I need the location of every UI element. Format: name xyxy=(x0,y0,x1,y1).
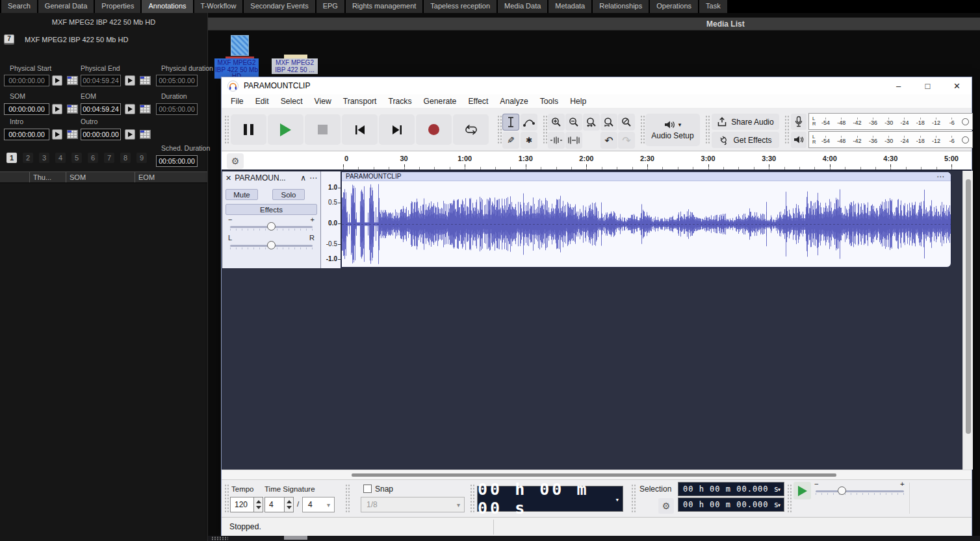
vertical-scrollbar[interactable] xyxy=(962,171,973,470)
segment-button[interactable]: 4 xyxy=(55,153,66,163)
media-item-selected[interactable]: MXF MPEG2 IBP 422 50 Mb HD xyxy=(214,58,259,79)
recording-meter-bar[interactable]: LR -54-48-42-36-30-24-18-12-6 xyxy=(808,113,973,130)
time-sig-spinner[interactable] xyxy=(285,497,294,512)
audio-setup-button[interactable]: ▾ Audio Setup xyxy=(645,114,700,146)
tempo-input[interactable] xyxy=(230,497,254,512)
tab[interactable]: Search xyxy=(1,0,37,13)
play-timecode-button[interactable] xyxy=(125,104,135,114)
play-timecode-button[interactable] xyxy=(125,75,135,86)
grab-frame-icon[interactable] xyxy=(140,76,151,85)
collapse-track-icon[interactable]: ∧ xyxy=(300,173,306,182)
duration-field[interactable] xyxy=(156,103,198,115)
tab[interactable]: Relationships xyxy=(593,0,649,13)
silence-audio-button[interactable] xyxy=(565,132,582,149)
time-sig-lower-select[interactable]: 4 ▾ xyxy=(302,497,335,512)
toolbar-grip[interactable] xyxy=(543,115,547,145)
vertical-scrollbar-thumb[interactable] xyxy=(966,179,971,434)
media-item-icon[interactable] xyxy=(231,35,249,56)
tab[interactable]: Media Data xyxy=(498,0,547,13)
menu-item[interactable]: Tools xyxy=(534,95,564,108)
time-ruler[interactable]: 0301:001:302:002:303:003:304:004:305:00 xyxy=(343,151,961,170)
horizontal-scrollbar-thumb[interactable] xyxy=(352,473,836,477)
tab[interactable]: Operations xyxy=(650,0,698,13)
tab[interactable]: General Data xyxy=(38,0,94,13)
toolbar-grip[interactable] xyxy=(470,484,474,514)
selection-tool-button[interactable] xyxy=(502,114,519,131)
timeline-ruler[interactable]: ⚙ 0301:001:302:002:303:003:304:004:305:0… xyxy=(222,151,972,171)
toolbar-grip[interactable] xyxy=(345,484,350,514)
toolbar-grip[interactable] xyxy=(705,115,710,145)
menu-item[interactable]: Edit xyxy=(250,95,275,108)
scrollbar-fragment[interactable] xyxy=(284,536,307,540)
zoom-to-selection-button[interactable] xyxy=(583,114,600,131)
audio-position-display[interactable]: 00 h 00 m 00 s ▾ xyxy=(477,486,623,512)
toolbar-grip[interactable] xyxy=(224,484,229,514)
menu-item[interactable]: Analyze xyxy=(494,95,534,108)
selection-options-button[interactable]: ⚙ xyxy=(658,498,674,514)
record-button[interactable] xyxy=(416,114,452,145)
toolbar-grip[interactable] xyxy=(631,484,636,514)
pause-button[interactable] xyxy=(231,114,266,145)
segment-button[interactable]: 8 xyxy=(120,153,131,163)
track-canvas[interactable]: ✕ PARAMOUN... ∧ ⋯ Mute Solo Effects − + … xyxy=(222,171,972,470)
selection-start-field[interactable]: 00 h 00 m 00.000 s ▾ xyxy=(678,482,784,496)
get-effects-button[interactable]: Get Effects xyxy=(712,132,779,148)
play-speed-thumb[interactable] xyxy=(838,486,846,495)
tab[interactable]: Properties xyxy=(95,0,140,13)
segment-button[interactable]: 9 xyxy=(136,153,147,163)
grab-frame-icon[interactable] xyxy=(67,130,78,139)
sched-duration-field[interactable] xyxy=(156,155,198,167)
redo-button[interactable]: ↷ xyxy=(618,132,635,149)
segment-button[interactable]: 5 xyxy=(71,153,82,163)
segment-button[interactable]: 7 xyxy=(104,153,114,163)
column-header[interactable]: SOM xyxy=(66,172,135,182)
menu-item[interactable]: File xyxy=(225,95,250,108)
segment-button[interactable]: 3 xyxy=(39,153,49,163)
media-item[interactable]: MXF MPEG2 IBP 422 50 ... xyxy=(272,58,318,74)
waveform-canvas[interactable] xyxy=(342,181,951,267)
title-bar[interactable]: PARAMOUNTCLIP – □ ✕ xyxy=(222,77,972,94)
selection-end-field[interactable]: 00 h 00 m 00.000 s ▾ xyxy=(678,497,784,512)
snap-checkbox[interactable] xyxy=(363,484,372,493)
physical-end-field[interactable] xyxy=(81,75,121,86)
menu-item[interactable]: Tracks xyxy=(382,95,417,108)
tempo-spinner[interactable] xyxy=(254,497,263,512)
audio-clip[interactable]: PARAMOUNTCLIP ⋯ xyxy=(341,171,951,268)
zoom-out-button[interactable] xyxy=(565,114,582,131)
segment-button[interactable]: 6 xyxy=(88,153,98,163)
maximize-button[interactable]: □ xyxy=(913,77,942,94)
column-header[interactable]: EOM xyxy=(135,172,207,182)
skip-to-start-button[interactable] xyxy=(342,114,378,145)
menu-item[interactable]: Transport xyxy=(337,95,383,108)
som-field[interactable] xyxy=(4,103,49,115)
close-button[interactable]: ✕ xyxy=(942,77,972,94)
zoom-in-button[interactable] xyxy=(548,114,565,131)
tab[interactable]: Task xyxy=(699,0,727,13)
draw-tool-button[interactable]: ✎ xyxy=(502,132,519,149)
timeline-options-button[interactable]: ⚙ xyxy=(227,153,244,169)
trim-audio-button[interactable] xyxy=(548,132,565,149)
horizontal-scrollbar[interactable] xyxy=(222,470,972,479)
track-close-icon[interactable]: ✕ xyxy=(226,174,231,182)
menu-item[interactable]: Effect xyxy=(462,95,494,108)
playback-speaker-icon[interactable] xyxy=(791,132,806,148)
segment-button[interactable]: 1 xyxy=(6,153,17,163)
menu-item[interactable]: View xyxy=(309,95,337,108)
mute-button[interactable]: Mute xyxy=(226,189,258,200)
grab-frame-icon[interactable] xyxy=(140,105,151,114)
playback-meter[interactable]: LR -54-48-42-36-30-24-18-12-6 xyxy=(791,131,973,148)
tab[interactable]: T-Workflow xyxy=(194,0,243,13)
envelope-tool-button[interactable] xyxy=(521,114,537,131)
menu-item[interactable]: Select xyxy=(275,95,309,108)
grab-frame-icon[interactable] xyxy=(67,76,78,85)
toolbar-grip[interactable] xyxy=(640,115,645,145)
undo-button[interactable]: ↶ xyxy=(600,132,617,149)
recording-meter[interactable]: LR -54-48-42-36-30-24-18-12-6 xyxy=(791,113,973,130)
segment-button[interactable]: 2 xyxy=(23,153,33,163)
intro-field[interactable] xyxy=(4,129,49,140)
skip-to-end-button[interactable] xyxy=(379,114,415,145)
grab-frame-icon[interactable] xyxy=(67,105,78,114)
menu-item[interactable]: Help xyxy=(564,95,592,108)
tab[interactable]: Annotations xyxy=(142,0,192,13)
play-timecode-button[interactable] xyxy=(52,75,62,86)
